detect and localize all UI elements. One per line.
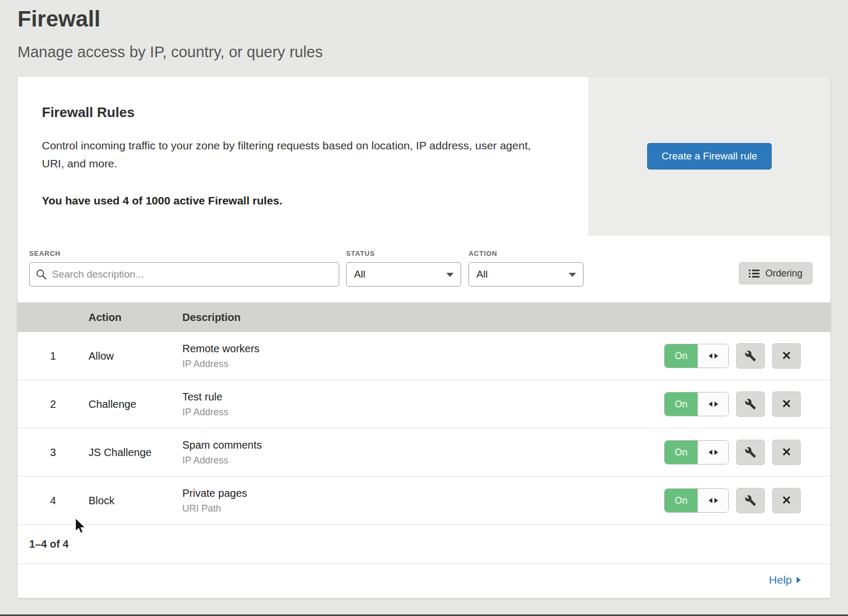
- edit-rule-button[interactable]: [736, 391, 765, 417]
- wrench-icon: [745, 495, 756, 506]
- table-row: 1 Allow Remote workers IP Address On ✕: [17, 332, 831, 380]
- pagination: 1–4 of 4: [17, 525, 831, 564]
- delete-rule-button[interactable]: ✕: [772, 391, 801, 417]
- chevron-right-icon: [797, 577, 801, 583]
- rule-action: Challenge: [89, 398, 182, 410]
- create-rule-panel: Create a Firewall rule: [588, 77, 831, 236]
- toggle-arrows-icon: [697, 344, 728, 368]
- firewall-rules-info: Firewall Rules Control incoming traffic …: [17, 77, 588, 236]
- table-header: Action Description: [17, 302, 831, 332]
- toggle-on-label: On: [665, 441, 697, 464]
- rule-priority: 4: [17, 495, 89, 507]
- rule-description: Test rule IP Address: [182, 391, 664, 418]
- filters-bar: SEARCH STATUS All ACTION All: [17, 236, 831, 302]
- rule-title: Spam comments: [182, 439, 664, 451]
- page-title: Firewall: [17, 6, 831, 32]
- help-link[interactable]: Help: [769, 574, 801, 586]
- close-icon: ✕: [782, 398, 791, 410]
- action-label: ACTION: [469, 249, 584, 257]
- rule-title: Test rule: [182, 391, 664, 403]
- search-input-wrap: [29, 262, 339, 287]
- ordering-button-label: Ordering: [765, 268, 802, 279]
- card-footer: Help: [17, 564, 831, 598]
- toggle-arrows-icon: [697, 489, 728, 512]
- rule-action: Allow: [89, 350, 182, 362]
- page-subtitle: Manage access by IP, country, or query r…: [17, 43, 831, 61]
- status-select-value: All: [354, 269, 365, 280]
- close-icon: ✕: [782, 447, 791, 458]
- rule-controls: On ✕: [664, 391, 831, 417]
- search-input[interactable]: [29, 262, 339, 287]
- search-filter-group: SEARCH: [29, 249, 339, 287]
- column-description-header: Description: [182, 311, 831, 324]
- wrench-icon: [745, 398, 756, 410]
- firewall-rules-section: Firewall Rules Control incoming traffic …: [17, 77, 831, 236]
- rule-match-type: IP Address: [182, 407, 664, 418]
- search-icon: [36, 269, 47, 280]
- toggle-on-label: On: [665, 392, 697, 416]
- rule-match-type: IP Address: [182, 359, 664, 370]
- table-row: 2 Challenge Test rule IP Address On ✕: [17, 380, 831, 428]
- firewall-rules-title: Firewall Rules: [42, 104, 563, 121]
- wrench-icon: [745, 447, 756, 458]
- firewall-card: Firewall Rules Control incoming traffic …: [17, 77, 831, 598]
- toggle-on-label: On: [665, 489, 697, 512]
- rule-title: Remote workers: [182, 343, 664, 355]
- edit-rule-button[interactable]: [736, 343, 765, 369]
- rule-description: Spam comments IP Address: [182, 439, 664, 466]
- rule-enabled-toggle[interactable]: On: [664, 440, 729, 465]
- table-row: 3 JS Challenge Spam comments IP Address …: [17, 428, 831, 477]
- delete-rule-button[interactable]: ✕: [772, 488, 801, 513]
- rule-enabled-toggle[interactable]: On: [664, 392, 729, 416]
- column-action-header: Action: [89, 311, 182, 324]
- chevron-down-icon: [446, 273, 454, 277]
- rule-description: Remote workers IP Address: [182, 343, 664, 370]
- rule-controls: On ✕: [664, 488, 831, 513]
- rule-priority: 3: [17, 447, 89, 459]
- close-icon: ✕: [782, 495, 791, 506]
- rule-priority: 2: [17, 398, 89, 410]
- action-filter-group: ACTION All: [469, 249, 584, 287]
- search-label: SEARCH: [29, 249, 339, 257]
- status-select[interactable]: All: [346, 262, 461, 287]
- ordered-list-icon: [749, 269, 759, 278]
- delete-rule-button[interactable]: ✕: [772, 440, 801, 465]
- firewall-rules-description: Control incoming traffic to your zone by…: [42, 137, 545, 172]
- firewall-rules-usage: You have used 4 of 1000 active Firewall …: [42, 194, 563, 207]
- ordering-button[interactable]: Ordering: [739, 262, 812, 284]
- toggle-arrows-icon: [697, 392, 728, 416]
- wrench-icon: [745, 350, 756, 362]
- edit-rule-button[interactable]: [736, 488, 765, 513]
- chevron-down-icon: [569, 273, 576, 277]
- rule-controls: On ✕: [664, 343, 831, 369]
- rule-action: JS Challenge: [89, 447, 182, 459]
- rule-match-type: IP Address: [182, 455, 664, 466]
- rule-controls: On ✕: [664, 440, 831, 465]
- rule-enabled-toggle[interactable]: On: [664, 488, 729, 513]
- rule-title: Private pages: [182, 487, 664, 499]
- status-filter-group: STATUS All: [346, 249, 461, 287]
- rule-action: Block: [89, 495, 182, 507]
- toggle-on-label: On: [665, 344, 697, 368]
- table-row: 4 Block Private pages URI Path On ✕: [17, 477, 831, 525]
- delete-rule-button[interactable]: ✕: [772, 343, 801, 369]
- action-select-value: All: [476, 269, 488, 280]
- close-icon: ✕: [782, 350, 791, 362]
- rule-description: Private pages URI Path: [182, 487, 664, 514]
- status-label: STATUS: [346, 249, 461, 257]
- create-firewall-rule-button[interactable]: Create a Firewall rule: [647, 143, 772, 169]
- action-select[interactable]: All: [469, 262, 584, 287]
- rule-match-type: URI Path: [182, 503, 664, 514]
- page-header: Firewall Manage access by IP, country, o…: [0, 0, 848, 61]
- rule-enabled-toggle[interactable]: On: [664, 344, 729, 368]
- toggle-arrows-icon: [697, 441, 728, 464]
- help-link-label: Help: [769, 574, 792, 586]
- rule-priority: 1: [17, 350, 89, 362]
- edit-rule-button[interactable]: [736, 440, 765, 465]
